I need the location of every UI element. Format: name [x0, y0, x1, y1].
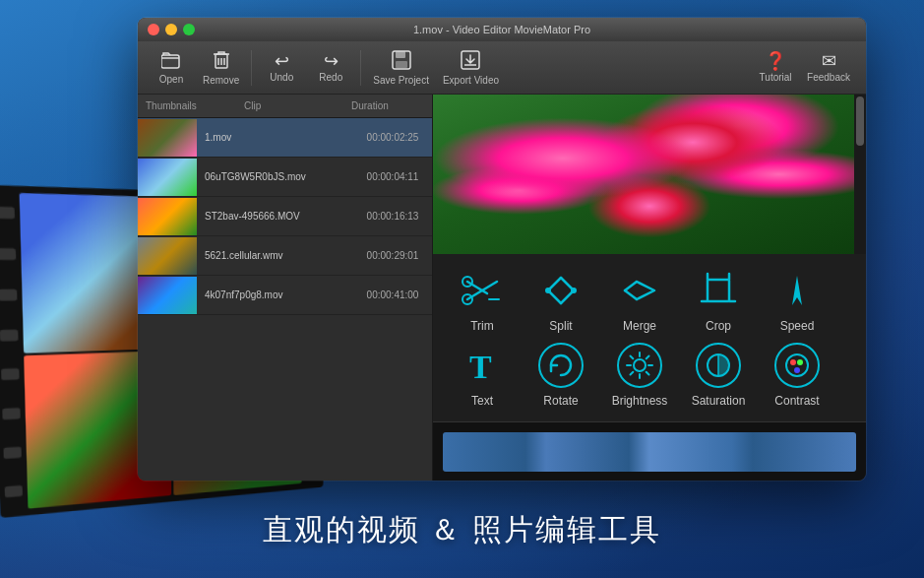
trim-icon — [460, 268, 505, 313]
speed-label: Speed — [780, 319, 815, 333]
file-info: 4k07nf7p0g8.mov — [197, 289, 353, 300]
traffic-lights — [148, 24, 195, 35]
file-info: 06uTG8W5R0bJS.mov — [197, 171, 353, 182]
save-project-icon — [392, 50, 411, 73]
file-name: 06uTG8W5R0bJS.mov — [205, 171, 345, 182]
svg-point-23 — [634, 359, 646, 371]
toolbar-export-video[interactable]: Export Video — [437, 46, 505, 90]
save-project-label: Save Project — [373, 75, 429, 86]
crop-icon — [696, 268, 741, 313]
toolbar-undo[interactable]: ↩ Undo — [258, 48, 305, 87]
redo-icon: ↪ — [324, 52, 339, 70]
app-window: 1.mov - Video Editor MovieMator Pro Open — [138, 18, 866, 481]
toolbar-save-project[interactable]: Save Project — [367, 46, 435, 90]
contrast-label: Contrast — [774, 394, 819, 408]
file-item[interactable]: 4k07nf7p0g8.mov 00:00:41:00 — [138, 276, 432, 315]
merge-tool[interactable]: Merge — [610, 268, 669, 333]
file-duration: 00:00:29:01 — [353, 250, 432, 261]
remove-icon — [214, 50, 229, 73]
text-tool[interactable]: T Text — [453, 343, 512, 408]
text-icon: T — [460, 343, 505, 388]
saturation-label: Saturation — [692, 394, 746, 408]
file-item[interactable]: 06uTG8W5R0bJS.mov 00:00:04:11 — [138, 158, 432, 197]
file-duration: 00:00:41:00 — [353, 289, 432, 300]
export-video-icon — [461, 50, 480, 73]
merge-icon — [617, 268, 662, 313]
minimize-button[interactable] — [165, 24, 177, 35]
redo-label: Redo — [319, 72, 342, 83]
toolbar-sep-1 — [251, 50, 252, 86]
main-area: Thumbnails Clip Duration 1.mov 00:00:02:… — [138, 95, 866, 481]
speed-tool[interactable]: Speed — [768, 268, 827, 333]
split-icon — [538, 268, 584, 313]
toolbar-open[interactable]: Open — [148, 47, 195, 89]
svg-point-37 — [794, 367, 800, 373]
title-bar: 1.mov - Video Editor MovieMator Pro — [138, 18, 866, 41]
toolbar-tutorial[interactable]: ❓ Tutorial — [752, 48, 799, 87]
file-info: ST2bav-495666.MOV — [197, 211, 353, 222]
toolbar-remove[interactable]: Remove — [197, 46, 245, 90]
toolbar-redo[interactable]: ↪ Redo — [307, 48, 354, 87]
preview-video — [433, 95, 866, 254]
crop-tool[interactable]: Crop — [689, 268, 748, 333]
file-name: 4k07nf7p0g8.mov — [205, 289, 345, 300]
trim-label: Trim — [470, 319, 494, 333]
preview-panel: Trim Split — [433, 95, 866, 481]
brightness-tool[interactable]: Brightness — [610, 343, 669, 408]
undo-label: Undo — [270, 72, 293, 83]
file-item[interactable]: 1.mov 00:00:02:25 — [138, 118, 432, 158]
timeline — [433, 421, 866, 481]
file-thumbnail — [138, 159, 197, 196]
svg-point-36 — [797, 359, 803, 365]
rotate-icon — [538, 343, 584, 388]
undo-icon: ↩ — [275, 52, 289, 70]
trim-tool[interactable]: Trim — [453, 268, 512, 333]
file-panel: Thumbnails Clip Duration 1.mov 00:00:02:… — [138, 95, 433, 481]
svg-rect-17 — [708, 280, 729, 301]
file-item[interactable]: ST2bav-495666.MOV 00:00:16:13 — [138, 197, 432, 236]
col-duration: Duration — [343, 98, 432, 113]
open-label: Open — [159, 74, 183, 85]
toolbar: Open Remove ↩ Undo ↪ Redo — [138, 41, 866, 95]
tools-row-2: T Text Rotate — [453, 343, 846, 408]
file-thumbnail — [138, 198, 197, 235]
remove-label: Remove — [203, 75, 239, 86]
scrollbar-thumb[interactable] — [856, 96, 864, 146]
brightness-label: Brightness — [612, 394, 668, 408]
split-label: Split — [549, 319, 572, 333]
scrollbar[interactable] — [854, 95, 866, 254]
toolbar-sep-2 — [360, 50, 361, 86]
tutorial-label: Tutorial — [760, 72, 792, 83]
split-tool[interactable]: Split — [531, 268, 590, 333]
contrast-tool[interactable]: Contrast — [768, 343, 827, 408]
rotate-tool[interactable]: Rotate — [531, 343, 590, 408]
file-panel-header: Thumbnails Clip Duration — [138, 95, 432, 118]
close-button[interactable] — [148, 24, 159, 35]
saturation-icon — [696, 343, 741, 388]
file-name: ST2bav-495666.MOV — [205, 211, 345, 222]
file-item[interactable]: 5621.cellular.wmv 00:00:29:01 — [138, 236, 432, 276]
svg-text:T: T — [469, 349, 492, 385]
feedback-icon: ✉ — [822, 52, 836, 70]
file-duration: 00:00:02:25 — [353, 132, 432, 143]
flower-background — [433, 95, 866, 254]
file-name: 1.mov — [205, 132, 345, 143]
file-duration: 00:00:04:11 — [353, 171, 432, 182]
file-info: 1.mov — [197, 132, 353, 143]
svg-line-28 — [631, 356, 634, 359]
contrast-icon — [774, 343, 820, 388]
svg-rect-6 — [396, 51, 405, 58]
svg-line-30 — [631, 372, 634, 375]
file-info: 5621.cellular.wmv — [197, 250, 353, 261]
maximize-button[interactable] — [183, 24, 195, 35]
merge-label: Merge — [623, 319, 656, 333]
svg-point-15 — [545, 288, 551, 293]
col-thumbnails: Thumbnails — [138, 98, 236, 113]
tools-row-1: Trim Split — [453, 268, 846, 333]
feedback-label: Feedback — [807, 72, 850, 83]
file-list: 1.mov 00:00:02:25 06uTG8W5R0bJS.mov 00:0… — [138, 118, 432, 481]
brightness-icon — [617, 343, 662, 388]
toolbar-feedback[interactable]: ✉ Feedback — [801, 48, 856, 87]
saturation-tool[interactable]: Saturation — [689, 343, 748, 408]
timeline-track[interactable] — [443, 432, 856, 472]
